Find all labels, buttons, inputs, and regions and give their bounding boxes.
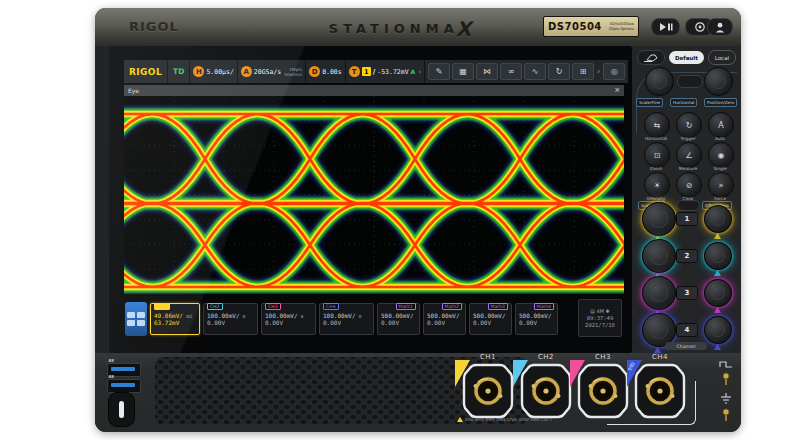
ch4-offset-knob[interactable] [704, 316, 732, 344]
usb-ss-label: SS [108, 374, 114, 379]
memory-depth: 1Mpts50wfm/s [284, 67, 302, 77]
label-h-position: Position/Zero [704, 98, 737, 107]
channels-menu-button[interactable] [125, 302, 147, 336]
auto-button[interactable]: A [708, 112, 734, 138]
channel-scale-value: 49.06mV/ ≡Ω [154, 312, 196, 319]
intensity-icon: ☀ [653, 181, 660, 190]
trigger-control[interactable]: T 1 / -53.72mV A ‹ [346, 60, 424, 83]
dual-marker-icon: ∞ [508, 67, 515, 76]
acquire-mode-indicator[interactable]: TD [168, 60, 189, 83]
trigger-button[interactable]: ↻ [676, 112, 702, 138]
default-button[interactable]: Default [669, 51, 704, 64]
ch1-select-button[interactable]: 1 [676, 212, 698, 226]
status-box-ch2[interactable]: CH2100.00mV/ ≡0.00V [203, 303, 258, 335]
ch2-select-button[interactable]: 2 [676, 249, 698, 263]
jitter-button[interactable]: ∿ [524, 63, 546, 80]
t-badge-icon: T [349, 66, 360, 77]
local-button[interactable]: Local [708, 50, 736, 65]
horizontal-scale-knob[interactable] [645, 67, 674, 96]
status-box-ch3[interactable]: CH3100.00mV/ ≡0.00V [261, 303, 316, 335]
single-button[interactable]: ◉ [708, 142, 734, 168]
channel-status-boxes: CH149.06mV/ ≡Ω63.72mVCH2100.00mV/ ≡0.00V… [150, 303, 561, 335]
history-icon: ↻ [556, 67, 563, 76]
eye-diagram-button[interactable]: ⋈ [476, 63, 498, 80]
clear-button[interactable]: ⊘ [676, 172, 702, 198]
history-button[interactable]: ↻ [548, 63, 570, 80]
channel-tab-label: Channel [665, 342, 707, 350]
zoom-button[interactable]: ⊡ [644, 142, 670, 168]
search-table-button[interactable]: ▦ [452, 63, 474, 80]
probe-comp-terminals[interactable] [717, 359, 735, 425]
cursor-pencil-button[interactable]: ✎ [428, 63, 450, 80]
horizontal-scale-control[interactable]: H 5.00μs/ [190, 60, 236, 83]
ch2-offset-knob[interactable] [704, 242, 732, 270]
horizontal-button[interactable]: ⇆ [644, 112, 670, 138]
toolbar-icon-row: ✎▦⋈∞∿↻⊞›◎ [425, 60, 628, 83]
impedance-label: 50Ω [627, 362, 635, 372]
label-h-scale: Scale/Fine [636, 98, 663, 107]
horizontal-menu-button[interactable] [677, 75, 703, 88]
measure-button[interactable]: ∠ [676, 142, 702, 168]
status-box-math4[interactable]: Math4500.00mV/0.00V [515, 303, 558, 335]
clock-box[interactable]: ▤ 4M ✱ 09:37:49 2021/7/18 [578, 299, 622, 337]
grid-menu-icon: ⊞ [580, 67, 587, 76]
status-box-ch1[interactable]: CH149.06mV/ ≡Ω63.72mV [150, 303, 200, 335]
ch3-label: CH3 [577, 353, 629, 361]
status-tab-label: Math2 [442, 303, 462, 310]
eraser-icon [644, 54, 658, 62]
usb-port-2[interactable]: SS [107, 379, 141, 393]
dual-marker-button[interactable]: ∞ [500, 63, 522, 80]
user-button[interactable] [707, 18, 733, 36]
status-box-math2[interactable]: Math2500.00mV/0.00V [423, 303, 466, 335]
grid-menu-button[interactable]: ⊞ [572, 63, 594, 80]
timebase-value: 5.00μs/ [206, 68, 233, 76]
horizontal-position-knob[interactable] [704, 67, 733, 96]
ch4-select-button[interactable]: 4 [676, 323, 698, 337]
status-tab-label: Math1 [396, 303, 416, 310]
single-button-label: Single [703, 166, 737, 171]
screen: RIGOL TD H 5.00μs/ A 20GSa/s 1Mpts50wfm/… [124, 60, 624, 342]
channel-scale-value: 100.00mV/ ≡ [323, 312, 370, 319]
screenshot-stage: RIGOL STATIONMAX DS70504 5GHz20GSa/s2Gpt… [0, 0, 810, 440]
vertical-menu-button[interactable] [676, 200, 700, 211]
gesture-button[interactable]: ◎ [603, 63, 625, 80]
auto-icon: A [718, 121, 723, 130]
collapse-chevron-icon[interactable]: ‹ [418, 68, 421, 76]
clock-time: 09:37:49 [579, 315, 621, 322]
knob-marker-icon [714, 307, 721, 313]
delay-control[interactable]: D 0.00s [306, 60, 345, 83]
more-chevron-icon[interactable]: › [596, 67, 601, 76]
run-stop-button[interactable] [651, 18, 680, 36]
badge-spec: Options [619, 27, 634, 32]
ch3-offset-knob[interactable] [704, 279, 732, 307]
bnc-connector-graphic [462, 362, 514, 420]
bnc-ch2[interactable]: CH2 [520, 362, 572, 420]
force-button[interactable]: » [708, 172, 734, 198]
channel-scale-value: 500.00mV/ [427, 312, 462, 319]
status-box-math1[interactable]: Math1500.00mV/0.00V [377, 303, 420, 335]
channel-state-icons: ≡ [298, 313, 304, 319]
ch3-select-button[interactable]: 3 [676, 286, 698, 300]
eye-window-titlebar[interactable]: Eye × [124, 85, 624, 96]
power-button[interactable] [108, 392, 135, 427]
delay-value: 0.00s [322, 68, 342, 76]
bnc-ch1[interactable]: CH1 [462, 362, 514, 420]
ch1-label: CH1 [462, 353, 514, 361]
status-box-ch4[interactable]: CH4100.00mV/ ≡0.00V [319, 303, 374, 335]
close-icon[interactable]: × [614, 87, 620, 94]
ch1-scale-knob[interactable] [642, 202, 676, 236]
status-box-math3[interactable]: Math3500.00mV/0.00V [469, 303, 512, 335]
rigol-menu-button[interactable]: RIGOL [124, 60, 167, 83]
network-icon: ▤ [590, 308, 595, 314]
ch3-scale-knob[interactable] [642, 276, 676, 310]
eye-diagram-display[interactable] [124, 96, 624, 294]
channel-scale-value: 500.00mV/ [381, 312, 416, 319]
ch2-scale-knob[interactable] [642, 239, 676, 273]
intensity-button[interactable]: ☀ [644, 172, 670, 198]
clear-sweep-button[interactable] [637, 50, 665, 65]
knob-marker-icon [714, 344, 721, 350]
status-bar: CH149.06mV/ ≡Ω63.72mVCH2100.00mV/ ≡0.00V… [124, 296, 624, 342]
oscilloscope-device: RIGOL STATIONMAX DS70504 5GHz20GSa/s2Gpt… [95, 8, 741, 432]
ch1-offset-knob[interactable] [704, 205, 732, 233]
acquisition-control[interactable]: A 20GSa/s 1Mpts50wfm/s [238, 60, 305, 83]
